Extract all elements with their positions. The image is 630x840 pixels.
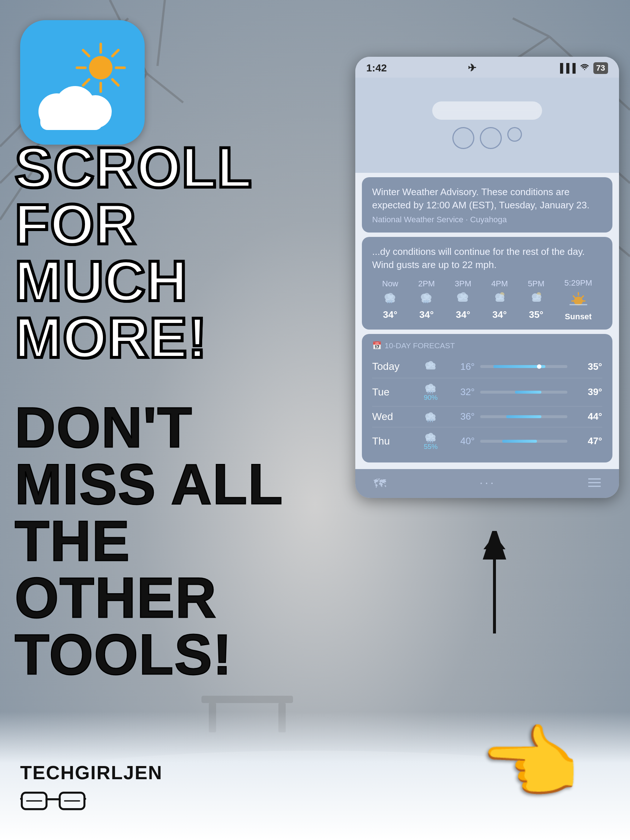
brand-glasses — [20, 787, 163, 815]
phone-blur-section — [355, 77, 619, 173]
svg-rect-20 — [201, 696, 293, 703]
brand-name: TECHGIRLJEN — [20, 762, 163, 784]
forecast-bar-tue — [480, 391, 567, 394]
svg-line-66 — [573, 296, 575, 298]
dont-miss-text: DON'T MISS ALL THE OTHER TOOLS! — [15, 399, 289, 683]
forecast-bar-wed — [480, 415, 567, 418]
phone-nav-bar: 🗺 • • • — [355, 469, 619, 498]
weather-description: ...dy conditions will continue for the r… — [372, 245, 602, 272]
phone-status-bar: 1:42 ✈ ▐▐▐ 73 — [355, 57, 619, 77]
svg-point-23 — [89, 56, 112, 79]
hour-item-3pm: 3PM 34° — [455, 279, 471, 321]
hourly-row: Now 34° 2PM — [372, 278, 602, 322]
forecast-row-wed: Wed 36° 44° — [372, 406, 602, 427]
circle-3 — [507, 127, 522, 142]
circle-2 — [480, 127, 502, 149]
nav-dots-icon[interactable]: • • • — [480, 480, 494, 486]
nav-map-icon[interactable]: 🗺 — [374, 476, 386, 491]
hour-item-5pm: 5PM 35° — [528, 279, 544, 321]
advisory-text: Winter Weather Advisory. These condition… — [372, 185, 602, 212]
status-right: ▐▐▐ 73 — [557, 62, 608, 74]
hour-item-sunset: 5:29PM Sunset — [564, 278, 592, 322]
svg-marker-98 — [483, 535, 505, 549]
scroll-text: SCROLL FOR MUCH MORE! — [15, 139, 289, 366]
hour-item-now: Now 34° — [382, 279, 398, 321]
forecast-header: 📅 10-DAY FORECAST — [372, 341, 602, 350]
forecast-header-icon: 📅 — [372, 341, 382, 350]
svg-rect-53 — [458, 298, 468, 302]
forecast-row-tue: Tue 90% 32° 39° — [372, 378, 602, 406]
svg-rect-35 — [40, 112, 103, 130]
svg-rect-72 — [426, 366, 436, 369]
phone-mockup: 1:42 ✈ ▐▐▐ 73 Winter Weather Advisory. — [355, 57, 619, 498]
hour-item-2pm: 2PM 34° — [418, 279, 435, 321]
advisory-card: Winter Weather Advisory. These condition… — [362, 177, 613, 232]
circles-row — [452, 127, 522, 149]
svg-line-67 — [582, 296, 584, 298]
hand-pointing-icon: 👉 — [482, 723, 583, 804]
forecast-row-thu: Thu 55% 40° 47° — [372, 427, 602, 455]
signal-icon: ▐▐▐ — [557, 63, 575, 73]
up-arrow-annotation — [465, 531, 524, 635]
svg-line-30 — [112, 50, 118, 56]
forecast-card: 📅 10-DAY FORECAST Today 16° 35° — [362, 334, 613, 463]
hour-item-4pm: 4PM 34° — [491, 279, 508, 321]
forecast-bar-thu — [480, 440, 567, 443]
advisory-source: National Weather Service · Cuyahoga — [372, 215, 602, 224]
forecast-bar-today — [480, 365, 567, 368]
svg-rect-61 — [532, 298, 541, 302]
brand-section: TECHGIRLJEN — [20, 762, 163, 815]
svg-line-10 — [147, 73, 183, 103]
svg-line-14 — [513, 18, 549, 36]
svg-line-28 — [83, 50, 89, 56]
hourly-card: ...dy conditions will continue for the r… — [362, 237, 613, 330]
app-icon[interactable] — [20, 20, 145, 145]
wifi-icon — [579, 63, 590, 73]
forecast-row-today: Today 16° 35° — [372, 355, 602, 378]
location-bar-blurred — [432, 101, 542, 120]
svg-rect-57 — [496, 298, 504, 302]
status-location-arrow: ✈ — [468, 62, 476, 74]
forecast-header-text: 10-DAY FORECAST — [385, 341, 455, 350]
nav-menu-icon[interactable] — [588, 476, 601, 491]
battery-badge: 73 — [594, 62, 608, 74]
circle-1 — [452, 127, 474, 149]
status-time: 1:42 — [366, 62, 387, 74]
svg-line-11 — [158, 0, 165, 66]
